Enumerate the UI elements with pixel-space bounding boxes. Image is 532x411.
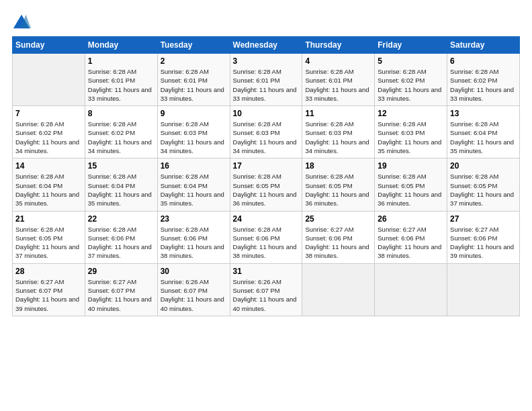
- calendar-cell: 6Sunrise: 6:28 AMSunset: 6:02 PMDaylight…: [447, 54, 520, 106]
- calendar-week-4: 21Sunrise: 6:28 AMSunset: 6:05 PMDayligh…: [13, 211, 520, 263]
- calendar-cell: 11Sunrise: 6:28 AMSunset: 6:03 PMDayligh…: [302, 106, 375, 158]
- calendar-week-2: 7Sunrise: 6:28 AMSunset: 6:02 PMDaylight…: [13, 106, 520, 158]
- col-header-monday: Monday: [85, 37, 157, 54]
- calendar-table: SundayMondayTuesdayWednesdayThursdayFrid…: [12, 36, 520, 316]
- day-number: 12: [378, 109, 444, 118]
- day-info: Sunrise: 6:27 AMSunset: 6:06 PMDaylight:…: [450, 225, 517, 261]
- calendar-cell: [447, 263, 520, 316]
- calendar-cell: 31Sunrise: 6:26 AMSunset: 6:07 PMDayligh…: [230, 263, 302, 316]
- day-number: 20: [450, 161, 517, 171]
- day-info: Sunrise: 6:28 AMSunset: 6:01 PMDaylight:…: [305, 67, 371, 103]
- calendar-cell: 23Sunrise: 6:28 AMSunset: 6:06 PMDayligh…: [157, 211, 230, 263]
- day-info: Sunrise: 6:28 AMSunset: 6:03 PMDaylight:…: [305, 120, 371, 155]
- calendar-cell: 15Sunrise: 6:28 AMSunset: 6:04 PMDayligh…: [85, 158, 157, 211]
- col-header-saturday: Saturday: [447, 37, 520, 54]
- day-info: Sunrise: 6:28 AMSunset: 6:01 PMDaylight:…: [233, 67, 300, 103]
- calendar-cell: 7Sunrise: 6:28 AMSunset: 6:02 PMDaylight…: [13, 106, 85, 158]
- day-number: 11: [305, 109, 371, 118]
- day-info: Sunrise: 6:28 AMSunset: 6:02 PMDaylight:…: [15, 120, 82, 155]
- day-info: Sunrise: 6:28 AMSunset: 6:01 PMDaylight:…: [161, 67, 227, 103]
- day-number: 24: [233, 214, 300, 224]
- calendar-cell: 12Sunrise: 6:28 AMSunset: 6:03 PMDayligh…: [375, 106, 447, 158]
- day-number: 10: [233, 109, 300, 118]
- calendar-cell: 14Sunrise: 6:28 AMSunset: 6:04 PMDayligh…: [13, 158, 85, 211]
- day-info: Sunrise: 6:28 AMSunset: 6:03 PMDaylight:…: [378, 120, 444, 155]
- day-info: Sunrise: 6:28 AMSunset: 6:06 PMDaylight:…: [88, 225, 154, 261]
- day-number: 6: [450, 56, 517, 66]
- calendar-cell: 13Sunrise: 6:28 AMSunset: 6:04 PMDayligh…: [447, 106, 520, 158]
- day-number: 15: [88, 161, 154, 171]
- calendar-cell: 24Sunrise: 6:28 AMSunset: 6:06 PMDayligh…: [230, 211, 302, 263]
- day-number: 29: [88, 267, 154, 276]
- day-info: Sunrise: 6:28 AMSunset: 6:06 PMDaylight:…: [233, 225, 300, 261]
- day-info: Sunrise: 6:28 AMSunset: 6:03 PMDaylight:…: [161, 120, 227, 155]
- day-number: 28: [15, 267, 82, 276]
- day-info: Sunrise: 6:28 AMSunset: 6:03 PMDaylight:…: [233, 120, 300, 155]
- logo-icon: [12, 12, 31, 31]
- calendar-cell: 8Sunrise: 6:28 AMSunset: 6:02 PMDaylight…: [85, 106, 157, 158]
- calendar-cell: 26Sunrise: 6:27 AMSunset: 6:06 PMDayligh…: [375, 211, 447, 263]
- day-info: Sunrise: 6:28 AMSunset: 6:04 PMDaylight:…: [15, 172, 82, 208]
- calendar-cell: 28Sunrise: 6:27 AMSunset: 6:07 PMDayligh…: [13, 263, 85, 316]
- logo: [12, 12, 32, 31]
- calendar-cell: 29Sunrise: 6:27 AMSunset: 6:07 PMDayligh…: [85, 263, 157, 316]
- day-info: Sunrise: 6:28 AMSunset: 6:04 PMDaylight:…: [161, 172, 227, 208]
- day-info: Sunrise: 6:28 AMSunset: 6:05 PMDaylight:…: [15, 225, 82, 261]
- col-header-friday: Friday: [375, 37, 447, 54]
- calendar-cell: [13, 54, 85, 106]
- calendar-cell: 4Sunrise: 6:28 AMSunset: 6:01 PMDaylight…: [302, 54, 375, 106]
- day-number: 31: [233, 267, 300, 276]
- calendar-week-3: 14Sunrise: 6:28 AMSunset: 6:04 PMDayligh…: [13, 158, 520, 211]
- day-number: 1: [88, 56, 154, 66]
- day-number: 18: [305, 161, 371, 171]
- day-info: Sunrise: 6:27 AMSunset: 6:07 PMDaylight:…: [88, 277, 154, 313]
- calendar-cell: 3Sunrise: 6:28 AMSunset: 6:01 PMDaylight…: [230, 54, 302, 106]
- day-number: 14: [15, 161, 82, 171]
- col-header-thursday: Thursday: [302, 37, 375, 54]
- day-number: 16: [161, 161, 227, 171]
- day-info: Sunrise: 6:28 AMSunset: 6:05 PMDaylight:…: [305, 172, 371, 208]
- day-info: Sunrise: 6:28 AMSunset: 6:02 PMDaylight:…: [88, 120, 154, 155]
- calendar-cell: 25Sunrise: 6:27 AMSunset: 6:06 PMDayligh…: [302, 211, 375, 263]
- calendar-cell: 30Sunrise: 6:26 AMSunset: 6:07 PMDayligh…: [157, 263, 230, 316]
- day-number: 8: [88, 109, 154, 118]
- page-container: SundayMondayTuesdayWednesdayThursdayFrid…: [0, 0, 532, 323]
- header-row: SundayMondayTuesdayWednesdayThursdayFrid…: [13, 37, 520, 54]
- day-number: 27: [450, 214, 517, 224]
- calendar-cell: 10Sunrise: 6:28 AMSunset: 6:03 PMDayligh…: [230, 106, 302, 158]
- day-number: 5: [378, 56, 444, 66]
- day-number: 3: [233, 56, 300, 66]
- day-number: 2: [161, 56, 227, 66]
- calendar-cell: 20Sunrise: 6:28 AMSunset: 6:05 PMDayligh…: [447, 158, 520, 211]
- calendar-week-5: 28Sunrise: 6:27 AMSunset: 6:07 PMDayligh…: [13, 263, 520, 316]
- day-number: 4: [305, 56, 371, 66]
- calendar-cell: 9Sunrise: 6:28 AMSunset: 6:03 PMDaylight…: [157, 106, 230, 158]
- day-number: 21: [15, 214, 82, 224]
- calendar-cell: 2Sunrise: 6:28 AMSunset: 6:01 PMDaylight…: [157, 54, 230, 106]
- calendar-cell: 1Sunrise: 6:28 AMSunset: 6:01 PMDaylight…: [85, 54, 157, 106]
- day-info: Sunrise: 6:28 AMSunset: 6:04 PMDaylight:…: [88, 172, 154, 208]
- calendar-cell: 17Sunrise: 6:28 AMSunset: 6:05 PMDayligh…: [230, 158, 302, 211]
- day-info: Sunrise: 6:28 AMSunset: 6:05 PMDaylight:…: [233, 172, 300, 208]
- day-info: Sunrise: 6:26 AMSunset: 6:07 PMDaylight:…: [233, 277, 300, 313]
- header: [12, 12, 520, 31]
- calendar-cell: [302, 263, 375, 316]
- col-header-wednesday: Wednesday: [230, 37, 302, 54]
- day-info: Sunrise: 6:28 AMSunset: 6:02 PMDaylight:…: [450, 67, 517, 103]
- day-info: Sunrise: 6:28 AMSunset: 6:06 PMDaylight:…: [161, 225, 227, 261]
- day-number: 13: [450, 109, 517, 118]
- day-number: 23: [161, 214, 227, 224]
- calendar-cell: 21Sunrise: 6:28 AMSunset: 6:05 PMDayligh…: [13, 211, 85, 263]
- day-number: 9: [161, 109, 227, 118]
- day-info: Sunrise: 6:28 AMSunset: 6:02 PMDaylight:…: [378, 67, 444, 103]
- day-info: Sunrise: 6:28 AMSunset: 6:01 PMDaylight:…: [88, 67, 154, 103]
- day-info: Sunrise: 6:26 AMSunset: 6:07 PMDaylight:…: [161, 277, 227, 313]
- day-number: 22: [88, 214, 154, 224]
- col-header-sunday: Sunday: [13, 37, 85, 54]
- day-number: 17: [233, 161, 300, 171]
- day-info: Sunrise: 6:27 AMSunset: 6:06 PMDaylight:…: [305, 225, 371, 261]
- calendar-cell: 19Sunrise: 6:28 AMSunset: 6:05 PMDayligh…: [375, 158, 447, 211]
- day-info: Sunrise: 6:27 AMSunset: 6:07 PMDaylight:…: [15, 277, 82, 313]
- calendar-cell: [375, 263, 447, 316]
- calendar-cell: 18Sunrise: 6:28 AMSunset: 6:05 PMDayligh…: [302, 158, 375, 211]
